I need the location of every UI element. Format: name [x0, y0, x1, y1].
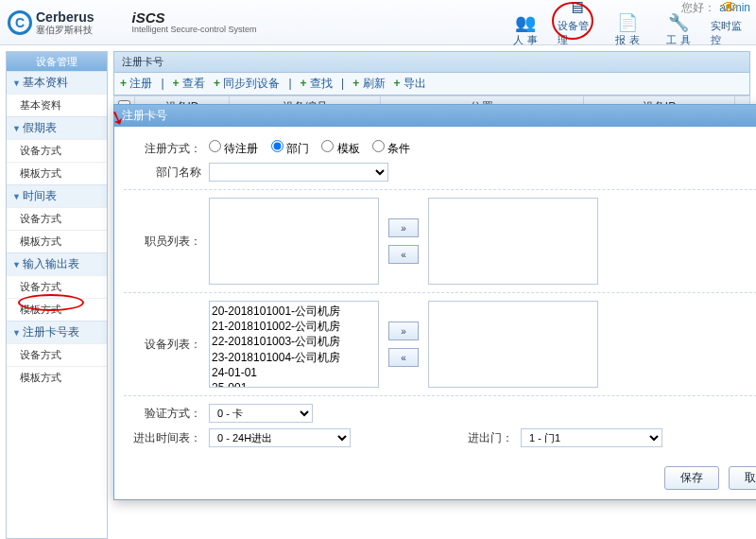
sb-item-time-tpl[interactable]: 模板方式 — [7, 230, 107, 252]
door-label: 进出门： — [464, 430, 521, 446]
toolbar: 注册 | 查看 同步到设备 | 查找 | 刷新 导出 — [113, 73, 750, 96]
reg-mode-dept[interactable]: 部门 — [271, 142, 309, 155]
tb-find[interactable]: 查找 — [301, 77, 333, 90]
sb-group-io[interactable]: 输入输出表 — [7, 252, 107, 275]
nav-report[interactable]: 📄报 表 — [609, 12, 646, 47]
content-area: 注册卡号 注册 | 查看 同步到设备 | 查找 | 刷新 导出 设备ID 设备编… — [113, 51, 750, 539]
tb-sync[interactable]: 同步到设备 — [214, 77, 280, 90]
door-select[interactable]: 1 - 门1 — [521, 428, 662, 447]
sb-item-holiday-dev[interactable]: 设备方式 — [7, 139, 107, 162]
sb-item-time-dev[interactable]: 设备方式 — [7, 207, 107, 230]
device-list-right[interactable] — [428, 301, 598, 388]
sched-label: 进出时间表： — [124, 430, 209, 446]
device-list-left[interactable]: 20-2018101001-公司机房21-2018101002-公司机房22-2… — [209, 301, 379, 388]
nav-tools[interactable]: 🔧工 具 — [660, 12, 697, 47]
system-name: iSCS Intelligent Secure-control System — [131, 9, 256, 35]
reg-mode-cond[interactable]: 条件 — [372, 142, 410, 155]
reg-mode-group: 待注册 部门 模板 条件 — [209, 140, 420, 157]
staff-remove-button[interactable]: « — [388, 245, 419, 264]
dept-label: 部门名称 — [124, 165, 209, 181]
logo-icon — [8, 10, 32, 35]
reg-mode-pending[interactable]: 待注册 — [209, 142, 258, 155]
tb-register[interactable]: 注册 — [120, 77, 152, 90]
sb-item-basic[interactable]: 基本资料 — [7, 94, 107, 116]
top-nav: 👥人 事 🖥设备管理 📄报 表 🔧工 具 👁实时监控 — [507, 0, 748, 47]
staff-add-button[interactable]: » — [388, 218, 419, 237]
tb-refresh[interactable]: 刷新 — [352, 77, 385, 90]
report-icon: 📄 — [617, 12, 638, 33]
sb-item-io-tpl[interactable]: 模板方式 — [7, 298, 107, 321]
sb-group-holiday[interactable]: 假期表 — [7, 116, 107, 139]
tb-sep: | — [161, 77, 163, 90]
staff-list-left[interactable] — [209, 198, 379, 285]
brand: Cerberus 塞伯罗斯科技 — [36, 9, 94, 35]
wrench-icon: 🔧 — [668, 12, 689, 33]
dept-select[interactable] — [209, 163, 388, 182]
staff-list-right[interactable] — [428, 198, 598, 285]
nav-device[interactable]: 🖥设备管理 — [558, 0, 595, 47]
tb-sep3: | — [341, 77, 344, 90]
eye-icon: 👁 — [719, 0, 740, 19]
cancel-button[interactable]: 取消 — [729, 466, 756, 490]
sidebar-title: 设备管理 — [7, 52, 107, 71]
save-button[interactable]: 保存 — [664, 466, 719, 490]
sidebar: 设备管理 基本资料 基本资料 假期表 设备方式 模板方式 时间表 设备方式 模板… — [6, 51, 108, 539]
app-header: Cerberus 塞伯罗斯科技 iSCS Intelligent Secure-… — [0, 0, 756, 45]
device-add-button[interactable]: » — [388, 322, 419, 340]
reg-mode-label: 注册方式： — [124, 141, 209, 157]
tb-sep2: | — [288, 77, 291, 90]
register-dialog: 注册卡号 ✕ 注册方式： 待注册 部门 模板 条件 部门名称 — [113, 104, 756, 500]
staff-label: 职员列表： — [124, 234, 209, 250]
verify-select[interactable]: 0 - 卡 — [209, 404, 313, 423]
reg-mode-tpl[interactable]: 模板 — [321, 142, 359, 155]
people-icon: 👥 — [515, 12, 536, 33]
tb-view[interactable]: 查看 — [173, 77, 205, 90]
panel-title: 注册卡号 — [113, 51, 750, 73]
monitor-icon: 🖥 — [566, 0, 587, 19]
device-remove-button[interactable]: « — [388, 348, 419, 367]
verify-label: 验证方式： — [124, 406, 209, 422]
sb-group-card[interactable]: 注册卡号表 — [7, 321, 107, 343]
nav-monitor[interactable]: 👁实时监控 — [711, 0, 748, 47]
device-label: 设备列表： — [124, 337, 209, 353]
schedule-select[interactable]: 0 - 24H进出 — [209, 428, 351, 447]
sb-item-holiday-tpl[interactable]: 模板方式 — [7, 162, 107, 184]
sb-group-basic[interactable]: 基本资料 — [7, 71, 107, 94]
sb-item-card-tpl[interactable]: 模板方式 — [7, 366, 107, 389]
tb-export[interactable]: 导出 — [394, 77, 426, 90]
sb-item-card-dev[interactable]: 设备方式 — [7, 343, 107, 366]
sb-group-time[interactable]: 时间表 — [7, 184, 107, 207]
nav-personnel[interactable]: 👥人 事 — [507, 12, 544, 47]
dialog-title: 注册卡号 — [122, 108, 167, 124]
sb-item-io-dev[interactable]: 设备方式 — [7, 275, 107, 298]
